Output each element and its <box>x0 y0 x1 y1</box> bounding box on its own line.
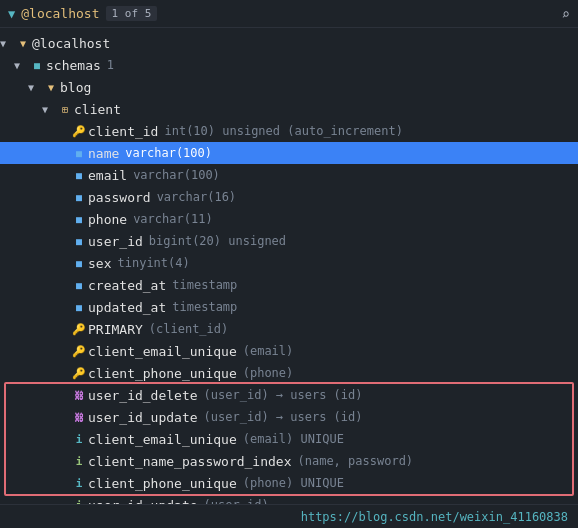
tree-item-client_phone_unique[interactable]: 🔑client_phone_unique(phone) <box>0 362 578 384</box>
tree-item-client_name_password_index[interactable]: iclient_name_password_index(name, passwo… <box>0 450 578 472</box>
node-name: updated_at <box>88 300 166 315</box>
node-type: varchar(100) <box>125 146 212 160</box>
tree-item-user_id_update[interactable]: ⛓user_id_update(user_id) → users (id) <box>0 406 578 428</box>
tree-item-host[interactable]: ▼@localhost <box>0 32 578 54</box>
node-name: PRIMARY <box>88 322 143 337</box>
tree-item-client_id[interactable]: 🔑client_idint(10) unsigned (auto_increme… <box>0 120 578 142</box>
tree-item-user_id_delete[interactable]: ⛓user_id_delete(user_id) → users (id) <box>0 384 578 406</box>
node-name: client_phone_unique <box>88 366 237 381</box>
tree-item-name[interactable]: ■namevarchar(100) <box>0 142 578 164</box>
tree-item-sex[interactable]: ■sextinyint(4) <box>0 252 578 274</box>
node-type: varchar(100) <box>133 168 220 182</box>
footer-url: https://blog.csdn.net/weixin_41160838 <box>301 510 568 524</box>
node-icon: ■ <box>28 60 46 71</box>
node-icon: ■ <box>70 170 88 181</box>
node-icon: ■ <box>70 148 88 159</box>
tree-item-user_id_update2[interactable]: iuser_id_update(user_id) <box>0 494 578 504</box>
node-type: 1 <box>107 58 114 72</box>
node-type: int(10) unsigned (auto_increment) <box>164 124 402 138</box>
node-icon: ■ <box>70 280 88 291</box>
page-badge: 1 of 5 <box>106 6 158 21</box>
node-icon: 🔑 <box>70 345 88 358</box>
node-icon: ⛓ <box>70 412 88 423</box>
tree-item-client_phone_unique2[interactable]: iclient_phone_unique(phone) UNIQUE <box>0 472 578 494</box>
node-name: @localhost <box>32 36 110 51</box>
node-type: varchar(16) <box>157 190 236 204</box>
node-type: (user_id) → users (id) <box>204 388 363 402</box>
footer: https://blog.csdn.net/weixin_41160838 <box>0 504 578 528</box>
node-type: timestamp <box>172 300 237 314</box>
node-type: (phone) <box>243 366 294 380</box>
node-name: client_name_password_index <box>88 454 292 469</box>
host-label: @localhost <box>21 6 99 21</box>
expand-arrow[interactable] <box>14 60 28 71</box>
node-type: tinyint(4) <box>117 256 189 270</box>
node-icon: ■ <box>70 302 88 313</box>
tree-item-email[interactable]: ■emailvarchar(100) <box>0 164 578 186</box>
node-type: (name, password) <box>298 454 414 468</box>
node-type: (phone) UNIQUE <box>243 476 344 490</box>
expand-arrow[interactable] <box>0 38 14 49</box>
node-name: client_email_unique <box>88 432 237 447</box>
node-icon: ▼ <box>14 38 32 49</box>
node-name: name <box>88 146 119 161</box>
node-type: (client_id) <box>149 322 228 336</box>
node-name: client_id <box>88 124 158 139</box>
node-icon: ⛓ <box>70 390 88 401</box>
node-name: sex <box>88 256 111 271</box>
node-icon: ■ <box>70 236 88 247</box>
tree-item-client_email_unique2[interactable]: iclient_email_unique(email) UNIQUE <box>0 428 578 450</box>
node-type: (email) <box>243 344 294 358</box>
tree-item-blog[interactable]: ▼blog <box>0 76 578 98</box>
node-icon: ■ <box>70 214 88 225</box>
node-type: (email) UNIQUE <box>243 432 344 446</box>
tree-item-phone[interactable]: ■phonevarchar(11) <box>0 208 578 230</box>
tree-item-updated_at[interactable]: ■updated_attimestamp <box>0 296 578 318</box>
node-name: blog <box>60 80 91 95</box>
toolbar: ▼ @localhost 1 of 5 ⌕ <box>0 0 578 28</box>
node-icon: i <box>70 433 88 446</box>
node-name: email <box>88 168 127 183</box>
node-name: client_email_unique <box>88 344 237 359</box>
node-type: varchar(11) <box>133 212 212 226</box>
node-name: client <box>74 102 121 117</box>
tree-item-schemas[interactable]: ■schemas1 <box>0 54 578 76</box>
node-icon: i <box>70 477 88 490</box>
node-icon: ▼ <box>42 82 60 93</box>
tree-item-password[interactable]: ■passwordvarchar(16) <box>0 186 578 208</box>
tree-item-created_at[interactable]: ■created_attimestamp <box>0 274 578 296</box>
node-name: password <box>88 190 151 205</box>
node-icon: ■ <box>70 192 88 203</box>
node-icon: 🔑 <box>70 367 88 380</box>
node-type: (user_id) → users (id) <box>204 410 363 424</box>
toolbar-left: ▼ @localhost 1 of 5 <box>8 6 157 21</box>
node-icon: i <box>70 455 88 468</box>
node-name: user_id <box>88 234 143 249</box>
tree-item-client[interactable]: ⊞client <box>0 98 578 120</box>
node-type: timestamp <box>172 278 237 292</box>
node-name: user_id_update <box>88 410 198 425</box>
node-icon: ⊞ <box>56 104 74 115</box>
node-type: bigint(20) unsigned <box>149 234 286 248</box>
tree-container: ▼@localhost■schemas1▼blog⊞client🔑client_… <box>0 28 578 504</box>
node-icon: 🔑 <box>70 323 88 336</box>
node-icon: ■ <box>70 258 88 269</box>
tree-item-client_email_unique[interactable]: 🔑client_email_unique(email) <box>0 340 578 362</box>
node-name: created_at <box>88 278 166 293</box>
search-icon[interactable]: ⌕ <box>562 6 570 22</box>
tree-item-user_id[interactable]: ■user_idbigint(20) unsigned <box>0 230 578 252</box>
node-name: client_phone_unique <box>88 476 237 491</box>
database-icon: ▼ <box>8 7 15 21</box>
expand-arrow[interactable] <box>42 104 56 115</box>
node-name: schemas <box>46 58 101 73</box>
expand-arrow[interactable] <box>28 82 42 93</box>
node-name: phone <box>88 212 127 227</box>
node-name: user_id_delete <box>88 388 198 403</box>
node-icon: 🔑 <box>70 125 88 138</box>
tree-item-PRIMARY[interactable]: 🔑PRIMARY(client_id) <box>0 318 578 340</box>
